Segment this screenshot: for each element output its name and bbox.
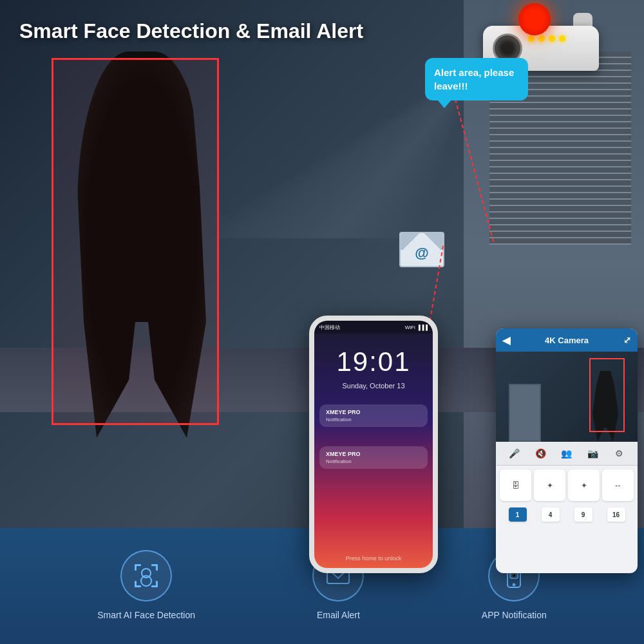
view-9-badge[interactable]: 9 xyxy=(574,507,592,522)
app-num-row: 1 4 9 16 xyxy=(496,505,638,524)
email-envelope: @ xyxy=(399,232,444,267)
phone-screen: 中国移动 WiFi ▐▐▐ 19:01 Sunday, October 13 X… xyxy=(314,321,433,568)
face-detection-box xyxy=(52,58,219,425)
phone-time: 19:01 xyxy=(336,346,410,377)
face-scan-icon xyxy=(132,562,160,590)
mic-icon[interactable]: 🎤 xyxy=(506,446,522,461)
email-alert-icon: @ xyxy=(399,232,444,267)
phone-date: Sunday, October 13 xyxy=(342,382,404,390)
app-panel: ◀ 4K Camera ⤢ 🎤 🔇 👥 📷 ⚙ 🗄 ✦ ✦ ↔ 1 4 xyxy=(496,328,638,573)
alert-text: Alert area, please leave!!! xyxy=(434,67,514,91)
phone-carrier: 中国移动 xyxy=(319,324,340,331)
notif-1-body: Notification xyxy=(326,417,421,422)
phone-status-bar: 中国移动 WiFi ▐▐▐ xyxy=(314,321,433,334)
grid-btn-record[interactable]: 🗄 xyxy=(500,469,531,501)
app-video-feed xyxy=(496,352,638,442)
phone-mockup: 中国移动 WiFi ▐▐▐ 19:01 Sunday, October 13 X… xyxy=(309,316,438,573)
app-header: ◀ 4K Camera ⤢ xyxy=(496,328,638,352)
view-1-badge[interactable]: 1 xyxy=(509,507,527,522)
users-icon[interactable]: 👥 xyxy=(559,446,574,461)
face-detection-icon-circle xyxy=(120,550,172,601)
face-detection-label: Smart AI Face Detection xyxy=(97,609,195,622)
video-door xyxy=(509,384,541,442)
notification-card-1: XMEYE PRO Notification xyxy=(319,404,428,427)
email-at-symbol: @ xyxy=(415,245,428,261)
siren xyxy=(518,3,554,39)
video-detection-box xyxy=(589,358,625,432)
alert-speech-bubble: Alert area, please leave!!! xyxy=(425,58,528,100)
ir-light-4 xyxy=(559,35,565,42)
expand-icon[interactable]: ⤢ xyxy=(623,335,631,345)
svg-rect-1 xyxy=(135,564,137,571)
page-title: Smart Face Detection & Email Alert xyxy=(19,19,363,43)
settings-icon[interactable]: ⚙ xyxy=(612,446,627,461)
email-alert-label: Email Alert xyxy=(317,609,360,622)
mute-icon[interactable]: 🔇 xyxy=(533,446,548,461)
camera-icon[interactable]: 📷 xyxy=(585,446,601,461)
phone-outer-shell: 中国移动 WiFi ▐▐▐ 19:01 Sunday, October 13 X… xyxy=(309,316,438,573)
video-scene xyxy=(496,352,638,442)
svg-rect-7 xyxy=(156,581,158,587)
back-icon[interactable]: ◀ xyxy=(502,334,510,346)
grid-btn-ptz-zoom[interactable]: ✦ xyxy=(568,469,600,501)
svg-rect-5 xyxy=(135,581,137,587)
grid-btn-ptz-up[interactable]: ✦ xyxy=(534,469,565,501)
app-grid-buttons: 🗄 ✦ ✦ ↔ xyxy=(496,466,638,505)
app-controls-bar: 🎤 🔇 👥 📷 ⚙ xyxy=(496,442,638,466)
phone-unlock-text: Press home to unlock xyxy=(346,555,402,562)
phone-wifi: WiFi ▐▐▐ xyxy=(405,325,428,330)
view-16-badge[interactable]: 16 xyxy=(607,507,625,522)
feature-face-detection: Smart AI Face Detection xyxy=(97,550,195,622)
view-4-badge[interactable]: 4 xyxy=(542,507,560,522)
notif-1-title: XMEYE PRO xyxy=(326,409,421,415)
notification-card-2: XMEYE PRO Notification xyxy=(319,446,428,469)
grid-btn-fullscreen[interactable]: ↔ xyxy=(602,469,634,501)
siren-light xyxy=(518,3,551,35)
app-notification-label: APP Notification xyxy=(482,609,547,622)
svg-point-13 xyxy=(513,583,515,586)
app-title: 4K Camera xyxy=(545,336,589,345)
svg-rect-3 xyxy=(156,564,158,571)
notif-2-title: XMEYE PRO xyxy=(326,451,421,457)
main-container: Alert area, please leave!!! @ Smart Face… xyxy=(0,0,644,644)
notif-2-body: Notification xyxy=(326,459,421,464)
